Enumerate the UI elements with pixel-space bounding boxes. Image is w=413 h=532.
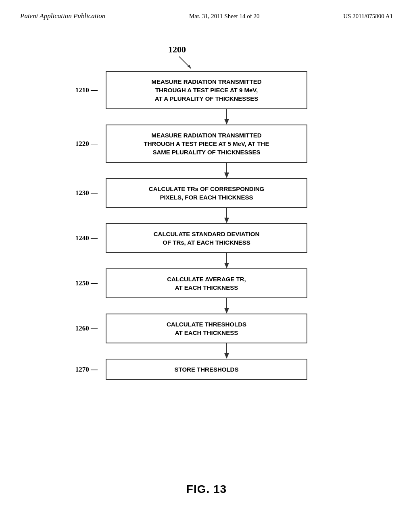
down-arrow-icon (223, 343, 231, 359)
arrow-down-5 (106, 343, 348, 359)
down-arrow-icon (223, 298, 231, 314)
down-arrow-icon (223, 109, 231, 125)
arrow-down-4 (106, 298, 348, 314)
down-arrow-icon (223, 253, 231, 268)
step-box-1230: CALCULATE TRs OF CORRESPONDINGPIXELS, FO… (106, 178, 307, 208)
step-label-1250: 1250 ― (65, 279, 98, 287)
arrow-down-0 (106, 109, 348, 125)
page-header: Patent Application Publication Mar. 31, … (0, 0, 413, 20)
date-sheet-label: Mar. 31, 2011 Sheet 14 of 20 (189, 13, 259, 20)
step-label-1260: 1260 ― (65, 324, 98, 332)
step-box-1270: STORE THRESHOLDS (106, 359, 307, 380)
svg-marker-11 (224, 308, 229, 314)
step-box-1210: MEASURE RADIATION TRANSMITTEDTHROUGH A T… (106, 71, 307, 109)
step-box-1250: CALCULATE AVERAGE TR,AT EACH THICKNESS (106, 268, 307, 298)
svg-marker-13 (224, 353, 229, 359)
svg-marker-5 (224, 172, 229, 178)
flow-step-1270: 1270 ―STORE THRESHOLDS (65, 359, 307, 380)
svg-marker-9 (224, 263, 229, 268)
step-label-1270: 1270 ― (65, 366, 98, 374)
step-label-1240: 1240 ― (65, 234, 98, 242)
arrow-down-3 (106, 253, 348, 268)
step-label-1210: 1210 ― (65, 86, 98, 94)
start-arrow-icon (176, 55, 196, 71)
step-label-1230: 1230 ― (65, 189, 98, 197)
svg-marker-3 (224, 119, 229, 125)
arrow-down-2 (106, 208, 348, 223)
start-number: 1200 (168, 44, 196, 55)
figure-label: FIG. 13 (186, 483, 227, 496)
flow-step-1220: 1220 ―MEASURE RADIATION TRANSMITTEDTHROU… (65, 125, 307, 163)
patent-number-label: US 2011/075800 A1 (343, 13, 393, 20)
flow-step-1250: 1250 ―CALCULATE AVERAGE TR,AT EACH THICK… (65, 268, 307, 298)
down-arrow-icon (223, 163, 231, 178)
step-label-1220: 1220 ― (65, 140, 98, 148)
main-content: 1200 1210 ―MEASURE RADIATION TRANSMITTED… (0, 20, 413, 520)
arrow-down-1 (106, 163, 348, 178)
flow-step-1210: 1210 ―MEASURE RADIATION TRANSMITTEDTHROU… (65, 71, 307, 109)
publication-label: Patent Application Publication (20, 12, 105, 20)
flow-step-1230: 1230 ―CALCULATE TRs OF CORRESPONDINGPIXE… (65, 178, 307, 208)
flow-step-1240: 1240 ―CALCULATE STANDARD DEVIATIONOF TRs… (65, 223, 307, 253)
step-box-1260: CALCULATE THRESHOLDSAT EACH THICKNESS (106, 314, 307, 343)
steps-container: 1210 ―MEASURE RADIATION TRANSMITTEDTHROU… (65, 71, 348, 380)
down-arrow-icon (223, 208, 231, 223)
flowchart-start-label: 1200 (168, 44, 196, 71)
flow-step-1260: 1260 ―CALCULATE THRESHOLDSAT EACH THICKN… (65, 314, 307, 343)
flowchart: 1200 1210 ―MEASURE RADIATION TRANSMITTED… (0, 44, 413, 380)
svg-marker-7 (224, 218, 229, 223)
step-box-1220: MEASURE RADIATION TRANSMITTEDTHROUGH A T… (106, 125, 307, 163)
step-box-1240: CALCULATE STANDARD DEVIATIONOF TRs, AT E… (106, 223, 307, 253)
